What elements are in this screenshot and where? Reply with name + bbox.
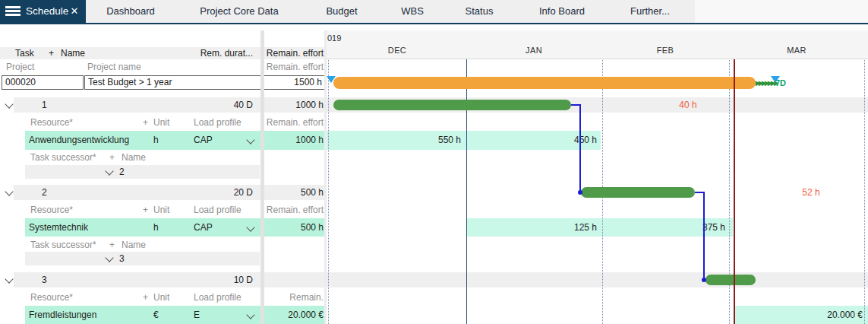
timescale-month-dec: DEC	[388, 46, 406, 55]
col-header-name: Name	[61, 47, 85, 59]
project-summary-bar[interactable]	[333, 77, 756, 89]
collapse-task-icon[interactable]	[5, 100, 13, 108]
task-id: 2	[42, 185, 47, 200]
load-profile-label: Load profile	[194, 291, 241, 303]
successor-row[interactable]	[25, 165, 260, 179]
resource-label: Resource*	[30, 116, 73, 129]
load-profile-label: Load profile	[194, 204, 241, 216]
add-column-button[interactable]: +	[49, 47, 54, 59]
timescale-month-feb: FEB	[657, 46, 674, 55]
load-profile-label: Load profile	[194, 116, 241, 129]
timescale-month-mar: MAR	[787, 46, 806, 55]
project-id-label: Project	[6, 62, 34, 73]
tab-dashboard[interactable]: Dashboard	[106, 0, 155, 23]
dependency-link	[579, 104, 581, 192]
resource-effort-label: Remain. effort	[266, 204, 324, 216]
tab-info-board[interactable]: Info Board	[539, 0, 585, 23]
resource-load-value: 375 h	[663, 218, 725, 237]
resource-effort-label: Remain. effort	[266, 116, 324, 129]
collapse-task-icon[interactable]	[5, 187, 13, 195]
task-duration: 10 D	[182, 272, 253, 287]
tab-status[interactable]: Status	[466, 0, 494, 23]
task-effort: 1000 h	[266, 97, 324, 113]
tab-bar-underline	[0, 23, 868, 24]
project-name-field[interactable]: Test Budget > 1 year	[84, 75, 261, 90]
task-id: 3	[42, 272, 47, 287]
task-bar[interactable]	[581, 187, 695, 198]
gridline-jan	[466, 55, 467, 324]
task-row[interactable]	[14, 272, 325, 287]
unit-label: Unit	[153, 204, 169, 216]
menu-icon[interactable]	[5, 6, 21, 16]
task-id: 1	[42, 97, 47, 113]
resource-unit-field[interactable]: €	[153, 306, 159, 324]
load-profile-select[interactable]: E	[194, 306, 200, 324]
buffer-duration-label: 7D	[775, 78, 786, 87]
overload-label: 52 h	[788, 185, 834, 200]
resource-label: Resource*	[30, 291, 73, 303]
resource-load-value: 550 h	[399, 131, 461, 150]
resource-unit-field[interactable]: h	[153, 131, 159, 150]
today-line	[734, 55, 735, 324]
resource-name-field[interactable]: Anwendungsentwicklung	[29, 131, 129, 150]
project-effort-field[interactable]: 1500 h	[264, 75, 326, 90]
tab-wbs[interactable]: WBS	[401, 0, 424, 23]
dependency-anchor	[702, 278, 706, 282]
add-resource-column-button[interactable]: +	[143, 291, 148, 303]
resource-label: Resource*	[30, 204, 73, 216]
resource-unit-field[interactable]: h	[153, 218, 159, 237]
tab-further[interactable]: Further...	[630, 0, 670, 23]
project-start-milestone-icon[interactable]	[327, 76, 336, 83]
dependency-link	[703, 192, 705, 278]
successor-name-label: Name	[122, 239, 146, 251]
unit-label: Unit	[153, 116, 169, 129]
task-bar[interactable]	[333, 100, 571, 110]
task-effort: 500 h	[266, 185, 324, 200]
load-profile-select[interactable]: CAP	[194, 131, 213, 150]
add-successor-button[interactable]: +	[109, 151, 115, 164]
load-profile-select[interactable]: CAP	[194, 218, 213, 237]
col-header-duration: Rem. durat...	[182, 47, 253, 59]
gridline-apr	[864, 55, 865, 324]
project-id-field[interactable]: 000020	[2, 75, 84, 90]
tab-project-core-data[interactable]: Project Core Data	[200, 0, 278, 23]
project-effort-label: Remain. effort	[266, 62, 324, 73]
task-bar[interactable]	[705, 275, 756, 285]
gantt-task-row-band	[327, 272, 868, 287]
resource-costs-gantt-value: 20.000 €	[752, 306, 863, 324]
resource-costs-value[interactable]: 20.000 €	[266, 306, 324, 324]
task-duration: 20 D	[182, 185, 253, 200]
collapse-task-icon[interactable]	[5, 275, 13, 283]
tab-budget[interactable]: Budget	[326, 0, 357, 23]
tab-schedule-label: Schedule	[26, 0, 68, 23]
gantt-chart: 019 DEC JAN FEB MAR 550 h 450 h 125 h 37…	[327, 0, 868, 324]
timescale-year: 019	[327, 33, 341, 43]
col-header-effort: Remain. effort	[266, 47, 324, 59]
resource-effort-value[interactable]: 500 h	[266, 218, 324, 237]
successor-id: 2	[119, 165, 125, 179]
dependency-anchor	[578, 190, 582, 195]
successor-row[interactable]	[25, 252, 260, 265]
tab-bar-spacer	[695, 0, 868, 23]
resource-name-field[interactable]: Systemtechnik	[29, 218, 88, 237]
task-duration: 40 D	[182, 97, 253, 113]
successor-name-label: Name	[122, 151, 146, 164]
tab-schedule[interactable]: Schedule ✕	[0, 0, 86, 23]
close-icon[interactable]: ✕	[67, 0, 82, 23]
add-successor-button[interactable]: +	[109, 239, 115, 251]
resource-load-value: 125 h	[535, 218, 597, 237]
col-header-task: Task	[15, 47, 34, 59]
task-successor-label: Task successor*	[30, 151, 96, 164]
pane-separator[interactable]	[324, 30, 327, 324]
add-resource-column-button[interactable]: +	[143, 204, 148, 216]
project-name-label: Project name	[87, 62, 141, 73]
resource-load-value: 450 h	[535, 131, 597, 150]
schedule-app: Schedule ✕ Dashboard Project Core Data B…	[0, 0, 868, 324]
resource-name-field[interactable]: Fremdleistungen	[29, 306, 96, 324]
task-successor-label: Task successor*	[30, 239, 96, 251]
tab-bar: Schedule ✕ Dashboard Project Core Data B…	[0, 0, 868, 23]
resource-effort-value[interactable]: 1000 h	[266, 131, 324, 150]
successor-id: 3	[119, 252, 125, 265]
add-resource-column-button[interactable]: +	[143, 116, 148, 129]
unit-label: Unit	[153, 291, 169, 303]
